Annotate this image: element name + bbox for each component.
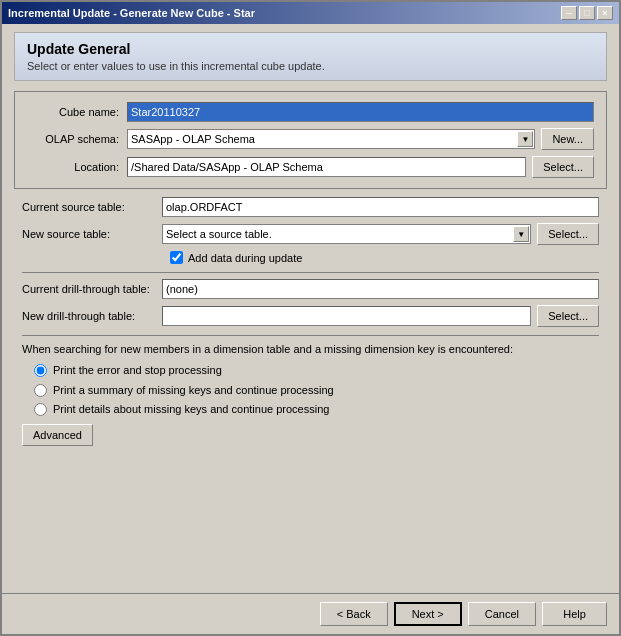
radio-error-stop[interactable] xyxy=(34,364,47,377)
radio-option-2: Print a summary of missing keys and cont… xyxy=(22,383,599,397)
new-drill-input[interactable] xyxy=(162,306,531,326)
new-button[interactable]: New... xyxy=(541,128,594,150)
radio-option-1: Print the error and stop processing xyxy=(22,363,599,377)
radio-error-stop-label: Print the error and stop processing xyxy=(53,363,222,377)
header-subtitle: Select or enter values to use in this in… xyxy=(27,60,594,72)
window-title: Incremental Update - Generate New Cube -… xyxy=(8,7,255,19)
title-bar-controls: ─ □ × xyxy=(561,6,613,20)
new-source-select-wrapper: Select a source table. ▼ xyxy=(162,224,531,244)
cube-info-group: Cube name: OLAP schema: SASApp - OLAP Sc… xyxy=(14,91,607,189)
current-drill-input xyxy=(162,279,599,299)
next-button[interactable]: Next > xyxy=(394,602,462,626)
current-source-label: Current source table: xyxy=(22,201,162,213)
olap-schema-select[interactable]: SASApp - OLAP Schema xyxy=(127,129,535,149)
radio-group-description: When searching for new members in a dime… xyxy=(22,342,599,357)
current-source-row: Current source table: xyxy=(22,197,599,217)
cube-name-label: Cube name: xyxy=(27,106,127,118)
radio-details-continue[interactable] xyxy=(34,403,47,416)
drill-select-button[interactable]: Select... xyxy=(537,305,599,327)
olap-schema-label: OLAP schema: xyxy=(27,133,127,145)
minimize-button[interactable]: ─ xyxy=(561,6,577,20)
radio-details-continue-label: Print details about missing keys and con… xyxy=(53,402,329,416)
close-button[interactable]: × xyxy=(597,6,613,20)
location-input[interactable] xyxy=(127,157,526,177)
section-divider-2 xyxy=(22,335,599,336)
main-content: Update General Select or enter values to… xyxy=(2,24,619,593)
advanced-btn-row: Advanced xyxy=(22,424,599,446)
location-label: Location: xyxy=(27,161,127,173)
new-source-select-button[interactable]: Select... xyxy=(537,223,599,245)
cube-name-row: Cube name: xyxy=(27,102,594,122)
back-button[interactable]: < Back xyxy=(320,602,388,626)
new-drill-label: New drill-through table: xyxy=(22,310,162,322)
radio-summary-continue-label: Print a summary of missing keys and cont… xyxy=(53,383,334,397)
new-source-row: New source table: Select a source table.… xyxy=(22,223,599,245)
main-window: Incremental Update - Generate New Cube -… xyxy=(0,0,621,636)
advanced-button[interactable]: Advanced xyxy=(22,424,93,446)
new-source-select[interactable]: Select a source table. xyxy=(162,224,531,244)
header-section: Update General Select or enter values to… xyxy=(14,32,607,81)
cancel-button[interactable]: Cancel xyxy=(468,602,536,626)
missing-key-radio-group: When searching for new members in a dime… xyxy=(22,342,599,416)
cube-name-input[interactable] xyxy=(127,102,594,122)
maximize-button[interactable]: □ xyxy=(579,6,595,20)
current-drill-label: Current drill-through table: xyxy=(22,283,162,295)
bottom-bar: < Back Next > Cancel Help xyxy=(2,593,619,634)
main-form-area: Current source table: New source table: … xyxy=(14,197,607,585)
new-drill-row: New drill-through table: Select... xyxy=(22,305,599,327)
radio-option-3: Print details about missing keys and con… xyxy=(22,402,599,416)
add-data-row: Add data during update xyxy=(170,251,599,264)
location-select-button[interactable]: Select... xyxy=(532,156,594,178)
olap-schema-row: OLAP schema: SASApp - OLAP Schema ▼ New.… xyxy=(27,128,594,150)
help-button[interactable]: Help xyxy=(542,602,607,626)
add-data-checkbox[interactable] xyxy=(170,251,183,264)
new-source-label: New source table: xyxy=(22,228,162,240)
radio-summary-continue[interactable] xyxy=(34,384,47,397)
location-row: Location: Select... xyxy=(27,156,594,178)
section-divider-1 xyxy=(22,272,599,273)
header-title: Update General xyxy=(27,41,594,57)
add-data-label: Add data during update xyxy=(188,252,302,264)
current-source-input xyxy=(162,197,599,217)
current-drill-row: Current drill-through table: xyxy=(22,279,599,299)
olap-schema-select-wrapper: SASApp - OLAP Schema ▼ xyxy=(127,129,535,149)
title-bar: Incremental Update - Generate New Cube -… xyxy=(2,2,619,24)
